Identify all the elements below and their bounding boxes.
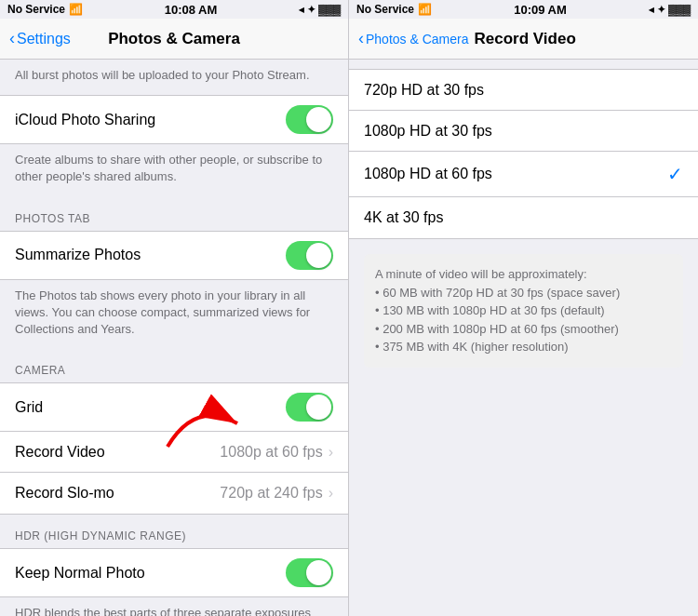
back-button-left[interactable]: ‹ Settings: [9, 29, 71, 48]
record-video-label: Record Video: [15, 444, 220, 461]
nav-title-right: Record Video: [475, 30, 576, 48]
battery-icon-right: ▓▓▓: [668, 4, 691, 15]
hdr-header: HDR (HIGH DYNAMIC RANGE): [0, 515, 348, 548]
record-video-value: 1080p at 60 fps: [220, 444, 322, 461]
battery-icon: ▓▓▓: [318, 4, 341, 15]
keep-normal-row[interactable]: Keep Normal Photo: [0, 549, 348, 596]
bluetooth-icon-right: ✦: [657, 4, 665, 16]
status-bar-right: No Service 📶 10:09 AM ◂ ✦ ▓▓▓: [349, 0, 698, 19]
back-label-left[interactable]: Settings: [17, 31, 71, 47]
keep-normal-label: Keep Normal Photo: [15, 565, 286, 582]
summarize-label: Summarize Photos: [15, 247, 286, 263]
camera-header: CAMERA: [0, 349, 348, 382]
icloud-row[interactable]: iCloud Photo Sharing: [0, 96, 348, 143]
info-bullet: • 375 MB with 4K (higher resolution): [375, 338, 672, 356]
record-video-chevron: ›: [329, 444, 333, 461]
selected-checkmark: ✓: [667, 163, 683, 185]
icloud-desc: Create albums to share with other people…: [0, 144, 348, 196]
info-bullet: • 130 MB with 1080p HD at 30 fps (defaul…: [375, 301, 672, 320]
status-bar-left: No Service 📶 10:08 AM ◂ ✦ ▓▓▓: [0, 0, 348, 19]
photos-tab-header: PHOTOS TAB: [0, 197, 348, 231]
no-service-text: No Service: [7, 3, 65, 16]
icloud-toggle[interactable]: [286, 105, 333, 134]
bluetooth-icon: ✦: [307, 4, 315, 16]
status-right-left: ◂ ✦ ▓▓▓: [299, 4, 341, 16]
record-slomo-label: Record Slo-mo: [15, 485, 220, 502]
video-option-label: 4K at 30 fps: [364, 209, 683, 226]
back-label-right[interactable]: Photos & Camera: [366, 32, 469, 47]
burst-desc: All burst photos will be uploaded to you…: [0, 60, 348, 95]
status-icons-right: ◂ ✦ ▓▓▓: [649, 4, 691, 16]
video-option-row[interactable]: 1080p HD at 60 fps ✓: [349, 152, 698, 197]
camera-group: Grid Record Video 1080p at 60 fps › Reco…: [0, 382, 348, 515]
nav-bar-left: ‹ Settings Photos & Camera: [0, 19, 348, 60]
video-option-label: 1080p HD at 60 fps: [364, 166, 667, 182]
icloud-label: iCloud Photo Sharing: [15, 112, 286, 128]
summarize-toggle[interactable]: [286, 241, 333, 270]
right-panel: No Service 📶 10:09 AM ◂ ✦ ▓▓▓ ‹ Photos &…: [349, 0, 698, 616]
grid-toggle[interactable]: [286, 393, 333, 422]
video-options-group: 720p HD at 30 fps 1080p HD at 30 fps 108…: [349, 69, 698, 239]
wifi-icon: 📶: [69, 3, 83, 16]
record-video-row[interactable]: Record Video 1080p at 60 fps ›: [0, 432, 348, 473]
time-left: 10:08 AM: [165, 3, 218, 17]
keep-normal-toggle[interactable]: [286, 558, 333, 587]
info-bullets: • 60 MB with 720p HD at 30 fps (space sa…: [375, 284, 672, 356]
icloud-group: iCloud Photo Sharing: [0, 95, 348, 144]
nav-bar-right: ‹ Photos & Camera Record Video: [349, 19, 698, 60]
hdr-desc: HDR blends the best parts of three separ…: [0, 597, 348, 616]
scroll-content-right: 720p HD at 30 fps 1080p HD at 30 fps 108…: [349, 60, 698, 616]
summarize-group: Summarize Photos: [0, 231, 348, 280]
back-chevron-right-icon: ‹: [358, 29, 364, 48]
video-option-row[interactable]: 1080p HD at 30 fps: [349, 111, 698, 152]
status-left: No Service 📶: [7, 3, 83, 16]
nav-title-left: Photos & Camera: [108, 30, 240, 48]
hdr-group: Keep Normal Photo: [0, 548, 348, 597]
location-icon-right: ◂: [649, 4, 654, 16]
info-box: A minute of video will be approximately:…: [364, 254, 683, 368]
record-slomo-chevron: ›: [329, 485, 333, 502]
record-slomo-value: 720p at 240 fps: [220, 485, 322, 502]
status-right-left: No Service 📶: [356, 3, 432, 16]
summarize-row[interactable]: Summarize Photos: [0, 232, 348, 279]
video-option-row[interactable]: 720p HD at 30 fps: [349, 70, 698, 111]
video-option-label: 1080p HD at 30 fps: [364, 123, 683, 140]
video-option-label: 720p HD at 30 fps: [364, 82, 683, 99]
grid-label: Grid: [15, 399, 286, 416]
info-bullet: • 60 MB with 720p HD at 30 fps (space sa…: [375, 284, 672, 302]
no-service-text-right: No Service: [356, 3, 414, 16]
info-box-title: A minute of video will be approximately:: [375, 265, 672, 284]
scroll-content-left: All burst photos will be uploaded to you…: [0, 60, 348, 616]
info-bullet: • 200 MB with 1080p HD at 60 fps (smooth…: [375, 320, 672, 339]
back-chevron-icon: ‹: [9, 29, 15, 48]
time-right: 10:09 AM: [514, 3, 567, 17]
video-option-row[interactable]: 4K at 30 fps: [349, 197, 698, 238]
summarize-desc: The Photos tab shows every photo in your…: [0, 280, 348, 350]
left-panel: No Service 📶 10:08 AM ◂ ✦ ▓▓▓ ‹ Settings…: [0, 0, 349, 616]
grid-row[interactable]: Grid: [0, 383, 348, 432]
back-button-right[interactable]: ‹ Photos & Camera: [358, 29, 469, 48]
wifi-icon-right: 📶: [418, 3, 432, 16]
location-icon: ◂: [299, 4, 304, 16]
record-slomo-row[interactable]: Record Slo-mo 720p at 240 fps ›: [0, 473, 348, 514]
